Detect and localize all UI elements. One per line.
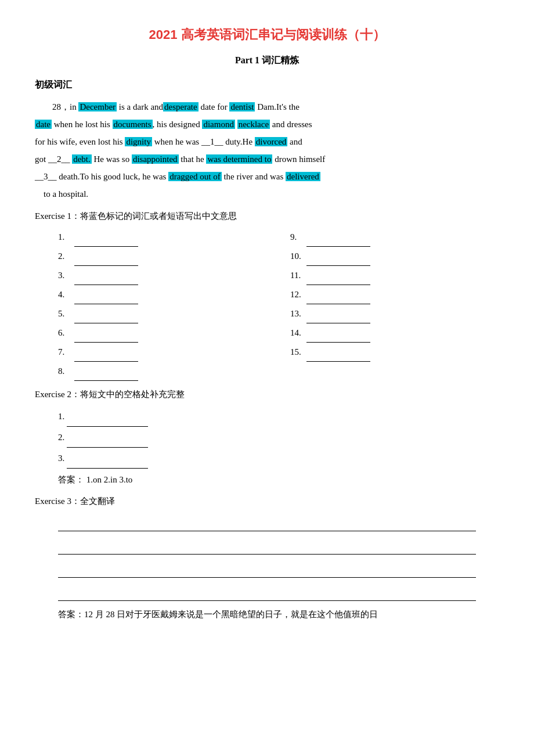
highlight-necklace: necklace <box>237 120 270 129</box>
answer3-label: 答案 <box>58 610 75 619</box>
exercise1-item-3: 3. <box>58 266 267 285</box>
passage-line3: for his wife, even lost his dignity when… <box>35 137 302 146</box>
highlight-divorced: divorced <box>255 137 287 146</box>
passage-line2: date when he lost his documents, his des… <box>35 120 312 129</box>
trans-line-2 <box>58 537 476 555</box>
highlight-desperate: desperate <box>163 102 199 111</box>
exercise1-item-8: 8. <box>58 362 267 381</box>
exercise1-item-5: 5. <box>58 304 267 323</box>
exercise1-item-7: 7. <box>58 343 267 362</box>
subtitle: Part 1 词汇精炼 <box>35 52 499 69</box>
answer3-text: ：12 月 28 日对于牙医戴姆来说是一个黑暗绝望的日子，就是在这个他值班的日 <box>75 610 378 619</box>
highlight-december: December <box>78 102 117 111</box>
highlight-debt: debt. <box>72 154 92 164</box>
exercise1-item-4: 4. <box>58 285 267 304</box>
exercise1-item-14: 14. <box>290 323 499 343</box>
section-heading: 初级词汇 <box>35 77 499 93</box>
highlight-dignity: dignity <box>125 137 152 146</box>
exercise1-left: 1. 2. 3. 4. 5. 6. 7. 8. <box>58 228 267 381</box>
exercise2-answer-label: 答案： <box>58 475 84 484</box>
exercise2-label: Exercise 2：将短文中的空格处补充完整 <box>35 387 499 402</box>
exercise1-item-1: 1. <box>58 228 267 247</box>
trans-line-1 <box>58 514 476 531</box>
exercise1-label: Exercise 1：将蓝色标记的词汇或者短语写出中文意思 <box>35 208 499 224</box>
highlight-determined: was determined to <box>206 154 272 164</box>
exercise1-item-15: 15. <box>290 343 499 362</box>
exercise2-items: 1. 2. 3. <box>58 406 499 469</box>
highlight-documents: documents <box>113 120 153 129</box>
exercise1-right: 9. 10. 11. 12. 13. 14. 15. <box>290 228 499 381</box>
passage-line4: got __2__ debt. He was so disappointed t… <box>35 154 325 164</box>
exercise1-item-11: 11. <box>290 266 499 285</box>
exercise1-item-2: 2. <box>58 247 267 266</box>
exercise1-grid: 1. 2. 3. 4. 5. 6. 7. 8. <box>58 228 499 381</box>
passage-line6: to a hospital. <box>35 189 88 199</box>
exercise3-label: Exercise 3：全文翻译 <box>35 494 499 509</box>
exercise1-item-12: 12. <box>290 285 499 304</box>
passage: 28，in December is a dark anddesperate da… <box>35 98 499 203</box>
main-title: 2021 高考英语词汇串记与阅读训练（十） <box>35 23 499 46</box>
exercise2-item-2: 2. <box>58 427 499 448</box>
trans-line-3 <box>58 560 476 578</box>
exercise1-item-10: 10. <box>290 247 499 266</box>
trans-line-4 <box>58 584 476 601</box>
exercise1-item-6: 6. <box>58 323 267 343</box>
exercise1-item-9: 9. <box>290 228 499 247</box>
highlight-dragged: dragged out of <box>168 172 221 181</box>
passage-line5: __3__ death.To his good luck, he was dra… <box>35 172 320 181</box>
exercise2-item-1: 1. <box>58 406 499 427</box>
highlight-date: date <box>35 120 52 129</box>
exercise2-answers: 1.on 2.in 3.to <box>86 475 133 484</box>
highlight-dentist: dentist <box>229 102 255 111</box>
answer3-block: 答案：12 月 28 日对于牙医戴姆来说是一个黑暗绝望的日子，就是在这个他值班的… <box>58 607 476 622</box>
exercise2-item-3: 3. <box>58 448 499 469</box>
highlight-diamond: diamond <box>202 120 235 129</box>
exercise2-answer-row: 答案： 1.on 2.in 3.to <box>58 472 499 488</box>
highlight-disappointed: disappointed <box>132 154 179 164</box>
exercise1-item-13: 13. <box>290 304 499 323</box>
passage-text: 28，in December is a dark anddesperate da… <box>52 102 300 111</box>
highlight-delivered: delivered <box>286 172 320 181</box>
exercise3-lines <box>58 514 476 601</box>
